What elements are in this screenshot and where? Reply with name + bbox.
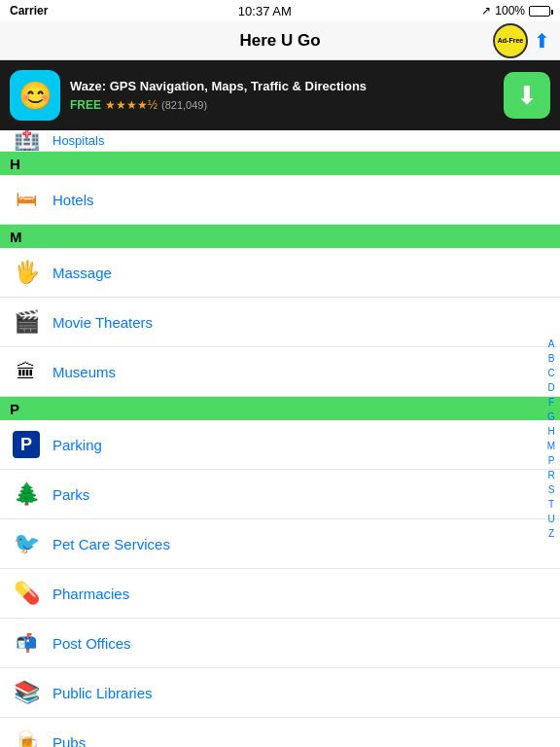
section-letter-m: M — [10, 229, 22, 245]
alpha-t[interactable]: T — [548, 498, 554, 512]
partial-icon: 🏥 — [12, 130, 41, 152]
movie-theaters-label: Movie Theaters — [52, 314, 153, 331]
section-letter-p: P — [10, 401, 19, 417]
main-content: 🏥 Hospitals H 🛏 Hotels M 🖐 Massage 🎬 Mov… — [0, 130, 560, 747]
ad-free-badge[interactable]: Ad-Free — [493, 23, 528, 58]
ad-banner[interactable]: 😊 Waze: GPS Navigation, Maps, Traffic & … — [0, 60, 560, 130]
battery-icon — [529, 6, 550, 17]
parks-icon: 🌲 — [12, 480, 41, 509]
ad-app-name: Waze: GPS Navigation, Maps, Traffic & Di… — [70, 79, 494, 95]
section-header-p: P — [0, 397, 560, 420]
alpha-c[interactable]: C — [547, 367, 554, 380]
carrier-label: Carrier — [10, 4, 48, 18]
partial-item: 🏥 Hospitals — [0, 130, 560, 152]
pet-care-label: Pet Care Services — [52, 536, 170, 552]
ad-reviews: (821,049) — [161, 99, 207, 111]
time-label: 10:37 AM — [238, 4, 292, 18]
alpha-u[interactable]: U — [547, 513, 554, 526]
waze-emoji: 😊 — [18, 80, 52, 112]
massage-label: Massage — [52, 265, 112, 281]
pubs-label: Pubs — [52, 734, 86, 748]
page-title: Here U Go — [239, 31, 320, 51]
list-item-parks[interactable]: 🌲 Parks — [0, 470, 560, 519]
list-item-pubs[interactable]: 🍺 Pubs — [0, 718, 560, 747]
status-bar: Carrier 10:37 AM ↗ 100% — [0, 0, 560, 21]
alpha-b[interactable]: B — [548, 352, 555, 366]
ad-subtitle: FREE ★★★★½ (821,049) — [70, 98, 494, 112]
status-right: ↗ 100% — [481, 4, 550, 18]
list-item-hotels[interactable]: 🛏 Hotels — [0, 175, 560, 225]
hotels-label: Hotels — [52, 192, 94, 208]
alpha-g[interactable]: G — [547, 410, 555, 424]
parking-label: Parking — [52, 437, 102, 453]
alpha-a[interactable]: A — [548, 338, 555, 351]
massage-icon: 🖐 — [12, 258, 41, 287]
ad-app-icon: 😊 — [10, 70, 60, 121]
museums-label: Museums — [52, 364, 116, 380]
alpha-d[interactable]: D — [547, 381, 554, 395]
ad-stars: ★★★★½ — [105, 98, 158, 112]
section-header-h: H — [0, 152, 560, 175]
ad-price: FREE — [70, 98, 101, 112]
hotels-icon: 🛏 — [12, 185, 41, 214]
list-item-public-libraries[interactable]: 📚 Public Libraries — [0, 668, 560, 718]
post-offices-label: Post Offices — [52, 635, 131, 652]
list-item-movie-theaters[interactable]: 🎬 Movie Theaters — [0, 298, 560, 347]
alpha-r[interactable]: R — [547, 469, 554, 482]
ad-download-button[interactable]: ⬇ — [504, 72, 550, 119]
parking-icon: P — [12, 430, 41, 459]
list-item-museums[interactable]: 🏛 Museums — [0, 347, 560, 397]
pet-care-icon: 🐦 — [12, 529, 41, 558]
list-item-massage[interactable]: 🖐 Massage — [0, 248, 560, 298]
alpha-h[interactable]: H — [547, 425, 554, 439]
pubs-icon: 🍺 — [12, 728, 41, 747]
nav-right-controls: Ad-Free ⬆ — [493, 23, 550, 58]
section-letter-h: H — [10, 156, 20, 172]
download-arrow-icon: ⬇ — [516, 83, 538, 108]
parks-label: Parks — [52, 486, 89, 503]
list-item-parking[interactable]: P Parking — [0, 420, 560, 470]
public-libraries-label: Public Libraries — [52, 685, 153, 701]
section-header-m: M — [0, 225, 560, 248]
ad-info: Waze: GPS Navigation, Maps, Traffic & Di… — [70, 79, 494, 112]
gps-icon: ↗ — [481, 4, 491, 18]
pharmacies-icon: 💊 — [12, 579, 41, 608]
alpha-s[interactable]: S — [548, 483, 555, 497]
museums-icon: 🏛 — [12, 357, 41, 386]
battery-percent: 100% — [495, 4, 525, 18]
movie-theaters-icon: 🎬 — [12, 307, 41, 337]
post-offices-icon: 📬 — [12, 628, 41, 658]
list-item-post-offices[interactable]: 📬 Post Offices — [0, 619, 560, 668]
alpha-m[interactable]: M — [547, 440, 555, 453]
public-libraries-icon: 📚 — [12, 678, 41, 707]
share-icon[interactable]: ⬆ — [534, 29, 550, 53]
alpha-f[interactable]: F — [548, 396, 554, 409]
list-item-pet-care[interactable]: 🐦 Pet Care Services — [0, 519, 560, 569]
alpha-p[interactable]: P — [548, 454, 555, 468]
nav-bar: Here U Go Ad-Free ⬆ — [0, 21, 560, 60]
list-item-pharmacies[interactable]: 💊 Pharmacies — [0, 569, 560, 619]
alpha-z[interactable]: Z — [548, 527, 554, 541]
partial-label: Hospitals — [52, 133, 104, 148]
alphabet-index[interactable]: A B C D F G H M P R S T U Z — [542, 130, 560, 747]
pharmacies-label: Pharmacies — [52, 586, 129, 602]
